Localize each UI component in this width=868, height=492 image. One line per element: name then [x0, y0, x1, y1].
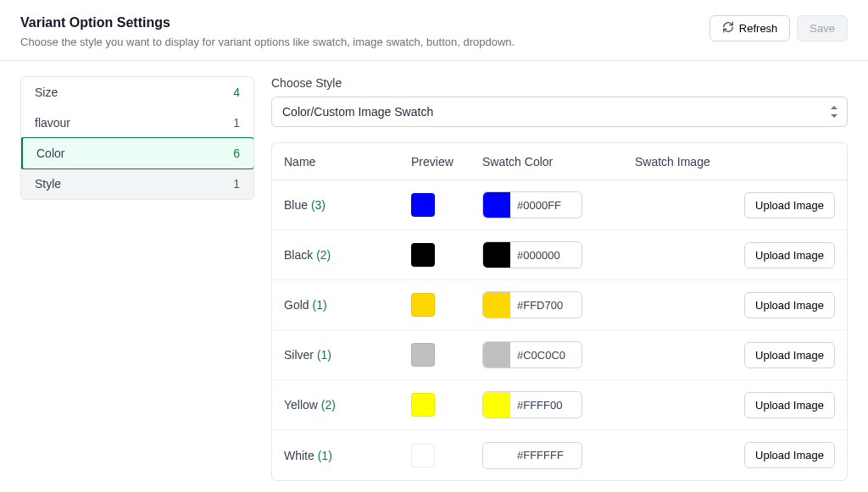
sidebar-item-label: Style [35, 177, 61, 191]
row-count: (3) [311, 198, 326, 212]
refresh-label: Refresh [739, 22, 778, 35]
row-name: Yellow [284, 398, 318, 412]
upload-image-button[interactable]: Upload Image [744, 242, 835, 268]
upload-image-button[interactable]: Upload Image [744, 342, 835, 368]
table-row: Black (2) Upload Image [272, 230, 847, 280]
row-count: (1) [318, 449, 332, 462]
preview-swatch [411, 343, 435, 367]
color-icon [483, 242, 510, 268]
row-count: (2) [321, 398, 336, 412]
table-row: Gold (1) Upload Image [272, 280, 847, 330]
swatch-color-input[interactable] [482, 341, 582, 368]
swatch-color-input[interactable] [482, 442, 582, 469]
row-count: (1) [312, 298, 326, 312]
swatch-table: Name Preview Swatch Color Swatch Image B… [271, 142, 848, 481]
row-count: (2) [316, 248, 331, 262]
sidebar-item-count: 4 [233, 86, 240, 99]
hex-input[interactable] [510, 399, 581, 412]
row-name: Blue [284, 198, 308, 212]
sidebar-item-count: 1 [233, 116, 240, 130]
style-select-value: Color/Custom Image Swatch [282, 105, 433, 119]
col-swatch-image: Swatch Image [635, 155, 835, 169]
sidebar-item-count: 6 [233, 146, 240, 160]
page-subtitle: Choose the style you want to display for… [20, 36, 515, 48]
swatch-color-input[interactable] [482, 191, 582, 218]
sidebar-item-label: flavour [35, 116, 70, 130]
upload-image-button[interactable]: Upload Image [744, 192, 835, 218]
sidebar-item-size[interactable]: Size 4 [21, 77, 253, 108]
refresh-icon [722, 21, 734, 36]
table-row: Blue (3) Upload Image [272, 180, 847, 230]
save-button[interactable]: Save [797, 15, 848, 41]
swatch-color-input[interactable] [482, 241, 582, 268]
row-name: Gold [284, 298, 309, 312]
row-name: White [284, 449, 314, 462]
row-name: Black [284, 248, 313, 262]
page-title: Variant Option Settings [20, 15, 515, 30]
choose-style-label: Choose Style [271, 76, 848, 90]
sidebar-item-count: 1 [233, 177, 240, 191]
preview-swatch [411, 444, 435, 467]
save-label: Save [810, 22, 835, 35]
hex-input[interactable] [510, 349, 581, 362]
style-select[interactable]: Color/Custom Image Swatch [271, 97, 848, 127]
preview-swatch [411, 293, 435, 317]
chevron-updown-icon [830, 106, 838, 118]
preview-swatch [411, 393, 435, 417]
table-row: Yellow (2) Upload Image [272, 380, 847, 430]
upload-image-button[interactable]: Upload Image [744, 292, 835, 318]
col-preview: Preview [411, 155, 482, 169]
sidebar-item-flavour[interactable]: flavour 1 [21, 108, 253, 138]
row-name: Silver [284, 348, 314, 362]
hex-input[interactable] [510, 199, 581, 212]
preview-swatch [411, 243, 435, 267]
color-icon [483, 392, 510, 417]
preview-swatch [411, 193, 435, 217]
hex-input[interactable] [510, 299, 581, 312]
row-count: (1) [317, 348, 331, 362]
color-icon [483, 443, 510, 468]
upload-image-button[interactable]: Upload Image [744, 442, 835, 468]
color-icon [483, 342, 510, 368]
swatch-color-input[interactable] [482, 391, 582, 418]
color-icon [483, 192, 510, 218]
color-icon [483, 292, 510, 318]
hex-input[interactable] [510, 449, 581, 462]
col-swatch-color: Swatch Color [482, 155, 635, 169]
swatch-color-input[interactable] [482, 291, 582, 318]
sidebar-item-color[interactable]: Color 6 [20, 137, 254, 169]
sidebar-item-label: Color [36, 146, 64, 160]
sidebar-item-style[interactable]: Style 1 [21, 169, 253, 199]
hex-input[interactable] [510, 249, 581, 262]
refresh-button[interactable]: Refresh [709, 15, 791, 41]
table-row: Silver (1) Upload Image [272, 330, 847, 380]
table-row: White (1) Upload Image [272, 430, 847, 480]
sidebar-item-label: Size [35, 86, 58, 99]
option-sidebar: Size 4 flavour 1 Color 6 Style 1 [20, 76, 254, 200]
col-name: Name [284, 155, 411, 169]
upload-image-button[interactable]: Upload Image [744, 392, 835, 418]
